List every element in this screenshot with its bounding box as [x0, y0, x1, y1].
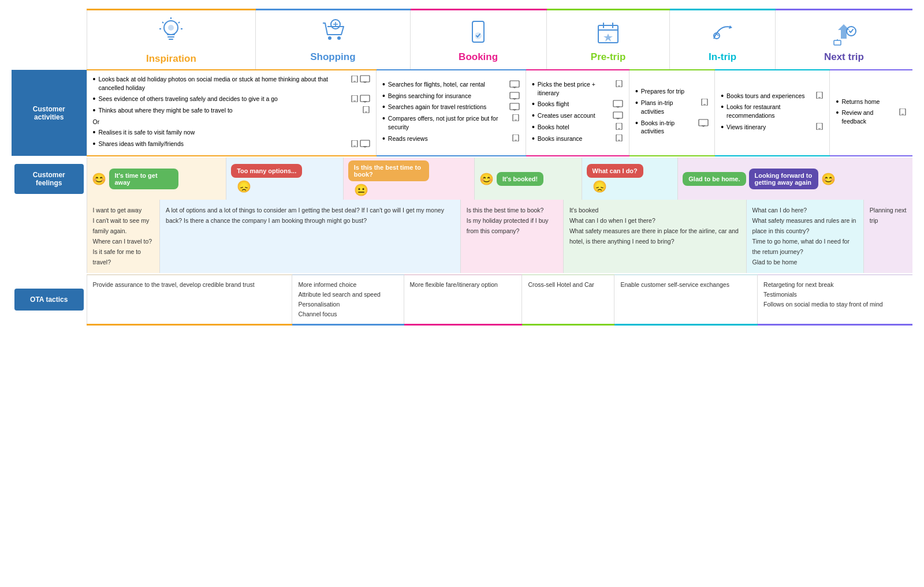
svg-rect-67 [699, 119, 708, 126]
phone-icon [512, 134, 520, 141]
activity-item: • Realises it is safe to visit family no… [93, 128, 370, 137]
phase-header-booking: Booking [410, 10, 546, 70]
booking-activities: • Picks the best price + itinerary • Boo… [526, 70, 629, 156]
feeling-bubble-booking: Is this the best time to book? [348, 160, 429, 181]
phase-header-inspiration: Inspiration [87, 10, 256, 70]
monitor-icon [509, 103, 520, 111]
svg-rect-43 [510, 92, 519, 99]
intrip-feeling: What can I do? 😞 [582, 158, 678, 200]
feeling-bubble-pretrip: It's booked! [497, 172, 543, 186]
happy-emoji-pretrip: 😊 [479, 172, 494, 186]
page-wrapper: Inspiration Shopping [0, 0, 924, 334]
shopping-thoughts: A lot of options and a lot of things to … [160, 200, 461, 273]
shopping-icon [259, 18, 407, 48]
monitor-icon [509, 92, 520, 100]
activity-item: • Searches again for travel restrictions [382, 103, 520, 111]
phone-icon [351, 76, 359, 83]
intrip-thoughts: What can I do here?What safety measures … [746, 200, 863, 273]
pretrip-icon [550, 18, 667, 48]
nexttrip-feeling: Glad to be home. Looking forward to gett… [678, 158, 912, 200]
tactics-table: OTA tactics Provide assurance to the tra… [12, 274, 912, 325]
svg-rect-25 [360, 76, 370, 82]
monitor-icon [360, 95, 370, 103]
tactics-label-td: OTA tactics [12, 275, 87, 324]
inspiration-title: Inspiration [90, 53, 253, 65]
shopping-feeling: Too many options... 😞 [226, 158, 344, 200]
monitor-icon [360, 75, 370, 83]
shopping-title: Shopping [259, 51, 407, 63]
nexttrip-icon [778, 18, 910, 48]
nexttrip-thoughts: Planning next trip [863, 200, 912, 273]
svg-line-2 [162, 22, 163, 23]
svg-rect-30 [360, 95, 370, 102]
intrip-title: In-trip [673, 51, 772, 63]
phase-header-nexttrip: Next trip [775, 10, 912, 70]
activity-item: • Returns home [836, 98, 907, 106]
inspiration-feeling: 😊 It's time to get away [87, 158, 226, 200]
svg-marker-18 [603, 33, 613, 42]
activity-item: • Shares ideas with family/friends [93, 140, 370, 148]
monitor-icon [613, 111, 623, 119]
feeling-bubble-inspiration: It's time to get away [109, 169, 178, 189]
intrip-activities: • Books tours and experiences • Looks fo… [715, 70, 830, 156]
svg-rect-46 [510, 103, 519, 110]
shopping-activities: • Searches for flights, hotel, car renta… [376, 70, 526, 156]
phone-icon [362, 106, 370, 113]
tactics-label: OTA tactics [14, 289, 84, 311]
happy-emoji-nexttrip: 😊 [821, 172, 836, 186]
svg-rect-55 [613, 100, 623, 107]
monitor-icon [509, 80, 520, 88]
feelings-label: Customer feelings [14, 164, 84, 194]
intrip-icon [673, 18, 772, 48]
booking-tactics: More flexible fare/itinerary option [404, 275, 522, 324]
feeling-bubble-nexttrip-2: Looking forward to getting away again [749, 169, 818, 189]
svg-line-3 [178, 22, 180, 23]
inspiration-tactics: Provide assurance to the travel, develop… [87, 275, 292, 324]
activity-item: • Prepares for trip [635, 87, 709, 96]
activity-item: • Reads reviews [382, 134, 520, 143]
booking-feeling: Is this the best time to book? 😐 [343, 158, 474, 200]
svg-rect-40 [510, 81, 519, 87]
nexttrip-tactics: Retargeting for next breakTestimonialsFo… [758, 275, 912, 324]
phone-icon [615, 123, 623, 130]
svg-point-11 [337, 36, 341, 40]
phase-header-pretrip: Pre-trip [546, 10, 670, 70]
svg-rect-21 [834, 40, 841, 45]
monitor-icon [698, 119, 709, 127]
phone-icon [815, 92, 824, 99]
activity-item: • Creates user account [532, 111, 623, 120]
activity-item: • Review and feedback [836, 109, 907, 125]
phone-icon [899, 109, 907, 115]
intrip-tactics: Enable customer self-service exchanges [614, 275, 758, 324]
happy-emoji-inspiration: 😊 [92, 172, 106, 186]
pretrip-feeling: 😊 It's booked! [474, 158, 582, 200]
thoughts-spacer [12, 200, 87, 273]
pretrip-title: Pre-trip [550, 51, 667, 63]
phone-icon [351, 95, 359, 102]
nexttrip-title: Next trip [778, 51, 910, 63]
activity-item: • Sees evidence of others traveling safe… [93, 95, 370, 103]
svg-rect-37 [360, 140, 370, 147]
booking-title: Booking [413, 51, 543, 63]
activity-item: Or [93, 118, 370, 126]
svg-point-6 [168, 25, 174, 31]
feelings-label-td: Customer feelings [12, 158, 87, 200]
inspiration-thoughts: I want to get awayI can't wait to see my… [87, 200, 160, 273]
activity-item: • Plans in-trip activities [635, 99, 709, 115]
phone-icon [815, 123, 824, 130]
neutral-emoji-booking: 😐 [354, 183, 368, 197]
phase-header-shopping: Shopping [256, 10, 410, 70]
nexttrip-activities: • Returns home • Review and feedback [830, 70, 912, 156]
phone-icon [615, 134, 623, 141]
shopping-tactics: More informed choiceAttribute led search… [292, 275, 404, 324]
activity-item: • Picks the best price + itinerary [532, 80, 623, 97]
feeling-bubble-nexttrip-1: Glad to be home. [683, 172, 746, 186]
pretrip-tactics: Cross-sell Hotel and Car [522, 275, 614, 324]
sad-emoji-intrip: 😞 [593, 180, 607, 193]
activity-item: • Books flight [532, 100, 623, 109]
monitor-icon [613, 100, 623, 108]
pretrip-activities: • Prepares for trip • Plans in-trip acti… [629, 70, 714, 156]
activity-item: • Compares offers, not just for price bu… [382, 114, 520, 131]
feeling-bubble-shopping: Too many options... [231, 164, 302, 178]
inspiration-icon [90, 16, 253, 50]
